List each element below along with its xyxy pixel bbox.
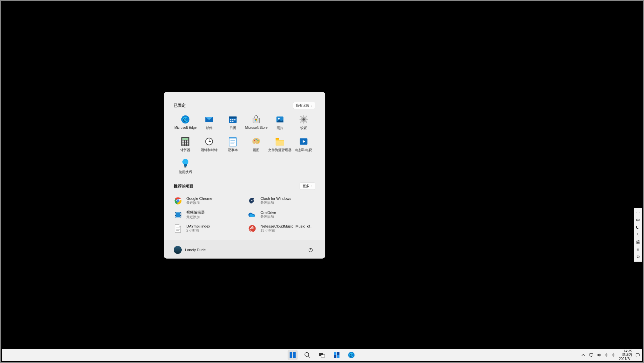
ime-floating-bar[interactable]: ⋮⋮ 中 ⏾ °, 简 ☺ ⚙	[634, 208, 642, 262]
svg-point-18	[302, 118, 305, 121]
start-button[interactable]	[288, 350, 298, 360]
tray-time: 14:35	[619, 349, 632, 353]
svg-rect-77	[290, 352, 292, 355]
pinned-title: 已固定	[174, 103, 186, 108]
svg-rect-56	[184, 166, 186, 167]
ime-grip-icon[interactable]: ⋮⋮	[635, 210, 641, 216]
ime-indicator-2[interactable]: 中	[612, 353, 616, 357]
search-button[interactable]	[302, 350, 312, 360]
app-label: Microsoft Edge	[174, 126, 197, 129]
app-tile-calculator[interactable]: 计算器	[174, 136, 197, 153]
svg-rect-33	[185, 142, 186, 144]
ime-settings-button[interactable]: ⚙	[635, 254, 641, 260]
svg-rect-29	[182, 140, 184, 142]
windows-logo-icon	[289, 352, 296, 358]
onedrive-icon	[248, 211, 257, 219]
network-icon[interactable]	[589, 353, 594, 357]
calculator-icon	[180, 136, 190, 146]
svg-rect-12	[255, 120, 256, 121]
svg-point-49	[258, 140, 259, 141]
recommended-section-header: 推荐的项目 更多 ›	[174, 183, 315, 190]
svg-rect-11	[256, 119, 257, 120]
notepad-icon	[228, 136, 238, 146]
svg-rect-85	[334, 352, 337, 355]
svg-rect-30	[185, 140, 186, 142]
reco-item-netease[interactable]: NeteaseCloudMusic_Music_official_... 13 …	[248, 224, 315, 233]
taskbar-app-edge[interactable]	[346, 350, 356, 360]
app-label: 文件资源管理器	[268, 148, 292, 152]
paint-icon	[251, 136, 261, 146]
chrome-icon	[174, 197, 182, 205]
reco-item-chrome[interactable]: Google Chrome 最近添加	[174, 197, 241, 205]
more-button[interactable]: 更多 ›	[300, 183, 315, 190]
ime-mode-button[interactable]: 中	[635, 217, 641, 224]
app-tile-store[interactable]: Microsoft Store	[245, 114, 268, 131]
reco-sub: 最近添加	[186, 215, 205, 220]
svg-rect-13	[256, 120, 257, 121]
app-tile-notepad[interactable]: 记事本	[221, 136, 245, 153]
reco-item-daymoji[interactable]: DAYmoji index 2 小时前	[174, 224, 241, 233]
all-apps-button[interactable]: 所有应用 ›	[293, 102, 315, 109]
power-icon	[308, 247, 313, 253]
svg-rect-35	[182, 144, 184, 145]
svg-point-15	[278, 118, 280, 119]
ime-charset-button[interactable]: 简	[635, 239, 641, 246]
calendar-icon	[228, 114, 238, 124]
app-tile-calendar[interactable]: 日历	[221, 114, 245, 131]
svg-rect-65	[175, 213, 176, 214]
netease-music-icon	[248, 224, 257, 233]
app-tile-photos[interactable]: 照片	[268, 114, 292, 131]
reco-title: NeteaseCloudMusic_Music_official_...	[261, 224, 314, 228]
app-tile-settings[interactable]: 设置	[292, 114, 315, 131]
svg-rect-78	[293, 352, 296, 355]
movies-icon	[299, 136, 309, 146]
volume-icon[interactable]	[597, 353, 602, 357]
ime-punct-button[interactable]: °,	[635, 232, 641, 238]
reco-item-video-editor[interactable]: 视频编辑器 最近添加	[174, 210, 241, 220]
pinned-section-header: 已固定 所有应用 ›	[174, 102, 315, 109]
app-label: 日历	[229, 126, 236, 130]
ime-shape-button[interactable]: ⏾	[635, 224, 641, 231]
app-tile-edge[interactable]: Microsoft Edge	[174, 114, 197, 131]
svg-rect-31	[187, 140, 188, 142]
svg-rect-36	[185, 144, 186, 145]
app-tile-explorer[interactable]: 文件资源管理器	[268, 136, 292, 153]
system-tray: 中 中 14:35 星期四 2021/7/1	[581, 349, 640, 361]
taskbar: 中 中 14:35 星期四 2021/7/1	[2, 349, 642, 361]
svg-rect-93	[636, 354, 640, 356]
ime-emoji-button[interactable]: ☺	[635, 246, 641, 253]
app-label: 计算器	[180, 148, 190, 152]
power-button[interactable]	[306, 245, 315, 255]
reco-sub: 最近添加	[261, 215, 276, 219]
clock-button[interactable]: 14:35 星期四 2021/7/1	[619, 349, 632, 361]
widgets-button[interactable]	[332, 350, 342, 360]
task-view-button[interactable]	[317, 350, 327, 360]
tray-overflow-button[interactable]	[581, 353, 586, 357]
svg-point-61	[253, 200, 253, 201]
svg-rect-6	[232, 119, 233, 120]
app-label: 记事本	[228, 148, 238, 152]
app-label: 使用技巧	[179, 170, 192, 174]
svg-rect-70	[180, 216, 181, 217]
app-tile-mail[interactable]: 邮件	[197, 114, 221, 131]
svg-rect-90	[590, 354, 593, 356]
reco-item-clash[interactable]: Clash for Windows 最近添加	[248, 197, 315, 205]
clock-icon	[204, 136, 214, 146]
app-tile-movies[interactable]: 电影和电视	[292, 136, 315, 153]
reco-item-onedrive[interactable]: OneDrive 最近添加	[248, 210, 315, 220]
app-tile-tips[interactable]: 使用技巧	[174, 158, 197, 175]
notifications-button[interactable]	[635, 353, 640, 357]
app-label: 画图	[253, 148, 260, 152]
ime-indicator-1[interactable]: 中	[605, 353, 609, 357]
user-account-button[interactable]: Lonely Dude	[174, 246, 206, 254]
reco-sub: 13 小时前	[261, 228, 314, 233]
edge-icon	[348, 351, 355, 359]
app-tile-clock[interactable]: 闹钟和时钟	[197, 136, 221, 153]
app-label: Microsoft Store	[245, 126, 268, 129]
edge-icon	[180, 114, 190, 124]
app-label: 邮件	[206, 126, 212, 130]
svg-rect-23	[300, 115, 302, 117]
app-tile-paint[interactable]: 画图	[245, 136, 268, 153]
start-footer: Lonely Dude	[164, 241, 325, 259]
reco-sub: 最近添加	[186, 201, 212, 205]
